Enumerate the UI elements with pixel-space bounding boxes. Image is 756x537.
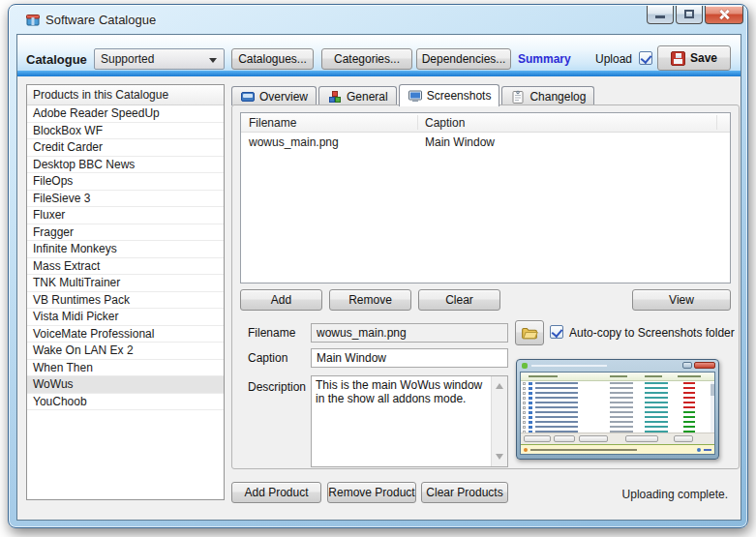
remove-button[interactable]: Remove (329, 289, 411, 311)
filename-label: Filename (248, 326, 295, 340)
product-item[interactable]: VB Runtimes Pack (27, 292, 224, 310)
titlebar[interactable]: Software Catalogue (9, 5, 747, 34)
folder-icon (521, 324, 538, 342)
upload-label: Upload (595, 52, 632, 66)
product-item[interactable]: When Then (27, 360, 224, 377)
product-item[interactable]: Adobe Reader SpeedUp (27, 105, 224, 123)
screenshots-icon (408, 88, 423, 104)
categories-button[interactable]: Categories... (321, 48, 412, 70)
product-item[interactable]: Wake On LAN Ex 2 (27, 343, 224, 360)
product-item[interactable]: VoiceMate Professional (27, 326, 224, 343)
tab-screenshots-label: Screenshots (427, 89, 492, 103)
caption-field[interactable] (311, 348, 508, 368)
toolbar: Catalogue Supported Catalogues... Catego… (17, 35, 741, 76)
clear-button[interactable]: Clear (418, 289, 500, 311)
thumbnail-app-icon (522, 363, 528, 369)
add-product-button[interactable]: Add Product (231, 482, 321, 503)
caption-label: Caption (248, 351, 287, 365)
autocopy-checkbox[interactable] (550, 325, 563, 339)
tab-changelog[interactable]: Changelog (501, 86, 594, 105)
tab-overview-label: Overview (259, 90, 308, 104)
description-label: Description (248, 380, 306, 394)
column-header-filename[interactable]: Filename (249, 116, 296, 130)
product-item[interactable]: Fragger (27, 224, 224, 242)
catalogues-button[interactable]: Catalogues... (231, 48, 314, 70)
remove-product-button[interactable]: Remove Product (327, 482, 416, 503)
minimize-icon (655, 15, 665, 18)
catalogue-dropdown-value: Supported (101, 52, 154, 66)
cell-filename: wowus_main.png (249, 135, 339, 149)
save-icon (671, 51, 685, 66)
column-header-caption[interactable]: Caption (425, 116, 465, 130)
chevron-down-icon (209, 58, 217, 63)
app-icon (25, 12, 41, 27)
add-button[interactable]: Add (240, 289, 322, 311)
catalogue-label: Catalogue (26, 52, 87, 67)
product-item[interactable]: Mass Extract (27, 258, 224, 276)
product-item[interactable]: FileSieve 3 (27, 191, 224, 208)
screenshots-tab-page: Filename Caption wowus_main.png Main Win… (231, 104, 740, 469)
tab-general-label: General (347, 90, 388, 104)
save-button[interactable]: Save (657, 45, 731, 71)
changelog-icon (510, 89, 526, 104)
product-item[interactable]: BlockBox WF (27, 123, 224, 140)
scroll-up-icon (496, 383, 503, 389)
product-item[interactable]: TNK MultiTrainer (27, 275, 224, 292)
autocopy-label: Auto-copy to Screenshots folder (569, 326, 735, 340)
software-catalogue-window: Software Catalogue Catalogue Supported C… (8, 4, 748, 528)
dependencies-button[interactable]: Dependencies... (416, 48, 511, 70)
maximize-icon (684, 10, 694, 18)
product-item[interactable]: Vista Midi Picker (27, 309, 224, 326)
catalogue-dropdown[interactable]: Supported (94, 48, 225, 70)
product-item[interactable]: Fluxer (27, 207, 224, 224)
product-item[interactable]: Credit Carder (27, 139, 224, 157)
close-button[interactable] (705, 6, 743, 24)
scroll-down-icon (496, 454, 503, 460)
tab-overview[interactable]: Overview (231, 86, 317, 105)
product-item[interactable]: Desktop BBC News (27, 157, 224, 174)
tab-changelog-label: Changelog (529, 90, 586, 104)
product-item[interactable]: FileOps (27, 173, 224, 191)
screenshots-table-header: Filename Caption (241, 113, 730, 133)
general-icon (327, 89, 343, 104)
upload-checkbox[interactable] (639, 51, 652, 65)
description-field[interactable]: This is the main WoWus window in the sho… (312, 376, 492, 466)
window-title: Software Catalogue (45, 13, 156, 27)
browse-folder-button[interactable] (515, 320, 544, 345)
overview-icon (240, 89, 256, 104)
tab-screenshots[interactable]: Screenshots (399, 84, 500, 106)
product-item-selected[interactable]: WoWus (27, 376, 224, 394)
products-list: Products in this Catalogue Adobe Reader … (26, 84, 225, 500)
product-item[interactable]: Infinite Monkeys (27, 241, 224, 258)
client-area: Catalogue Supported Catalogues... Catego… (16, 34, 741, 521)
thumbnail-body (520, 372, 715, 455)
clear-products-button[interactable]: Clear Products (421, 482, 508, 503)
screenshots-table: Filename Caption wowus_main.png Main Win… (240, 112, 731, 283)
product-item[interactable]: YouChoob (27, 394, 224, 411)
tab-strip: Overview General Screenshots Changelog (231, 84, 594, 105)
status-text: Uploading complete. (622, 488, 728, 501)
save-button-label: Save (690, 51, 717, 65)
thumbnail-titlebar (520, 360, 715, 372)
summary-link[interactable]: Summary (518, 52, 571, 66)
description-scrollbar[interactable] (491, 376, 507, 466)
screenshot-thumbnail (516, 359, 719, 460)
products-list-header: Products in this Catalogue (27, 85, 224, 105)
table-row[interactable]: wowus_main.png Main Window (241, 133, 730, 151)
cell-caption: Main Window (425, 135, 495, 149)
maximize-button[interactable] (676, 6, 703, 24)
thumbnail-close-icon (694, 362, 715, 369)
description-box: This is the main WoWus window in the sho… (311, 375, 508, 467)
filename-field[interactable] (311, 323, 508, 343)
minimize-button[interactable] (647, 6, 674, 24)
view-button[interactable]: View (632, 289, 731, 311)
close-icon (718, 9, 730, 20)
tab-general[interactable]: General (318, 86, 397, 105)
